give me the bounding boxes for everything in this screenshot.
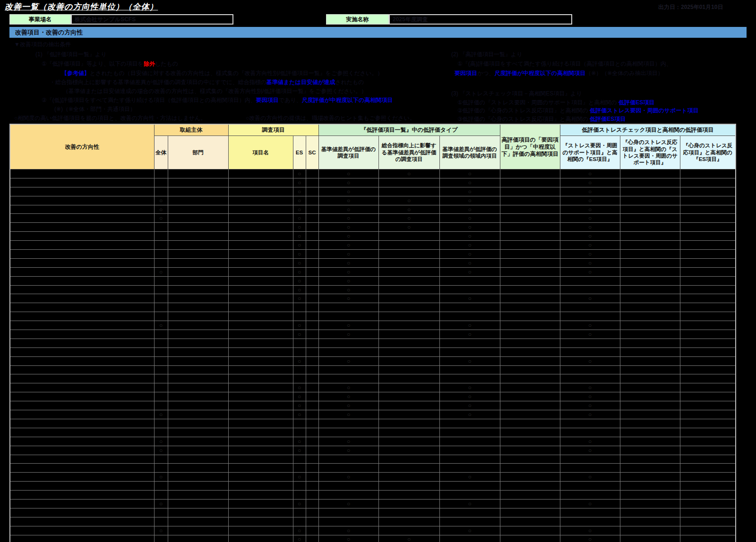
mark-cell: ○ — [439, 250, 500, 259]
empty-cell — [680, 356, 736, 365]
empty-cell — [620, 250, 680, 259]
empty-cell — [560, 347, 620, 356]
empty-cell — [306, 482, 318, 491]
empty-cell — [500, 294, 560, 303]
empty-cell — [168, 312, 228, 321]
empty-cell — [154, 330, 168, 339]
empty-cell — [154, 491, 168, 500]
empty-cell — [620, 187, 680, 196]
table-row: ○○○○ — [10, 446, 736, 455]
empty-cell — [680, 473, 736, 482]
note-text: （※）（※全体のみ抽出項目） — [585, 70, 663, 76]
empty-cell — [318, 428, 378, 437]
mark-cell: ○ — [560, 294, 620, 303]
empty-cell — [620, 196, 680, 205]
mark-cell: ○ — [318, 250, 378, 259]
mark-cell: ○ — [439, 294, 500, 303]
table-row — [10, 428, 736, 437]
empty-cell — [154, 178, 168, 187]
empty-cell — [500, 187, 560, 196]
empty-cell — [560, 517, 620, 526]
note-line: ○改善の方向性の提供は、職場改善のヒント集もご参照ください。 — [246, 114, 415, 122]
empty-cell — [10, 365, 154, 374]
empty-cell — [500, 232, 560, 241]
empty-cell — [680, 526, 736, 535]
empty-cell — [228, 241, 293, 250]
empty-cell — [306, 437, 318, 446]
mark-cell: ○ — [318, 276, 378, 285]
empty-cell — [378, 482, 439, 491]
empty-cell — [10, 276, 154, 285]
col-lowtype-3: 基準値差異が低評価の調査領域の領域内項目 — [439, 136, 500, 169]
note-text: されたもの — [335, 79, 364, 85]
empty-cell — [306, 428, 318, 437]
empty-cell — [378, 339, 439, 347]
empty-cell — [680, 517, 736, 526]
empty-cell — [620, 383, 680, 392]
empty-cell — [620, 446, 680, 455]
empty-cell — [306, 491, 318, 500]
empty-cell — [10, 187, 154, 196]
note-text: ①低評価の『ストレス要因・周囲のサポート項目』と高相関の — [457, 99, 619, 106]
table-row: ○○○○ — [10, 258, 736, 267]
empty-cell — [680, 294, 736, 303]
mark-cell: ○ — [378, 196, 439, 205]
mark-cell: ○ — [439, 205, 500, 214]
table-row — [10, 517, 736, 526]
empty-cell — [680, 330, 736, 339]
empty-cell — [228, 339, 293, 347]
col-direction: 改善の方向性 — [10, 124, 154, 169]
empty-cell — [10, 374, 154, 383]
table-row — [10, 303, 736, 312]
mark-cell: ○ — [154, 473, 168, 482]
table-row: ○○○○ — [10, 187, 736, 196]
empty-cell — [10, 517, 154, 526]
improvement-table: 改善の方向性 取組主体 調査項目 『低評価項目一覧』中の低評価タイプ 高評価項目… — [9, 124, 736, 542]
mark-cell: ○ — [318, 214, 378, 223]
empty-cell — [500, 392, 560, 401]
empty-cell — [500, 499, 560, 508]
empty-cell — [228, 455, 293, 464]
empty-cell — [680, 303, 736, 312]
empty-cell — [10, 508, 154, 517]
mark-cell: ○ — [318, 196, 378, 205]
empty-cell — [620, 526, 680, 535]
note-line: ②『(低)評価項目をすべて満たす係り続ける項目（低評価項目との高相関項目）内、要… — [42, 96, 393, 104]
col-sc: SC — [306, 136, 318, 169]
empty-cell — [154, 223, 168, 232]
empty-cell — [680, 401, 736, 410]
table-row: ○○○○○ — [10, 526, 736, 535]
table-row — [10, 419, 736, 428]
empty-cell — [154, 419, 168, 428]
empty-cell — [10, 482, 154, 491]
note-line: 要因項目かつ、尺度評価が中程度以下の高相関項目（※）（※全体のみ抽出項目） — [455, 69, 663, 77]
empty-cell — [620, 276, 680, 285]
empty-cell — [306, 330, 318, 339]
empty-cell — [680, 491, 736, 500]
mark-cell: ○ — [318, 401, 378, 410]
col-lowtype-1: 基準値差異が低評価の調査項目 — [318, 136, 378, 169]
mark-cell: ○ — [293, 499, 306, 508]
empty-cell — [378, 294, 439, 303]
empty-cell — [620, 330, 680, 339]
empty-cell — [620, 508, 680, 517]
empty-cell — [306, 401, 318, 410]
empty-cell — [10, 205, 154, 214]
table-row: ○○ — [10, 276, 736, 285]
note-line: (1) 『低評価項目一覧』より — [35, 51, 107, 59]
mark-cell: ○ — [439, 232, 500, 241]
mark-cell: ○ — [318, 178, 378, 187]
empty-cell — [228, 535, 293, 542]
empty-cell — [378, 303, 439, 312]
empty-cell — [154, 428, 168, 437]
empty-cell — [10, 214, 154, 223]
colgroup-stress-check: 低評価ストレスチェック項目と高相関の低評価項目 — [560, 124, 736, 136]
col-high-corr: 高評価項目の「要因項目」かつ「中程度以下」評価の高相関項目 — [500, 124, 560, 169]
empty-cell — [318, 508, 378, 517]
empty-cell — [439, 464, 500, 473]
empty-cell — [228, 214, 293, 223]
empty-cell — [500, 410, 560, 419]
table-row: ○○○○ — [10, 437, 736, 446]
note-highlight-blue: 低評価ES項目 — [590, 116, 626, 122]
empty-cell — [10, 178, 154, 187]
